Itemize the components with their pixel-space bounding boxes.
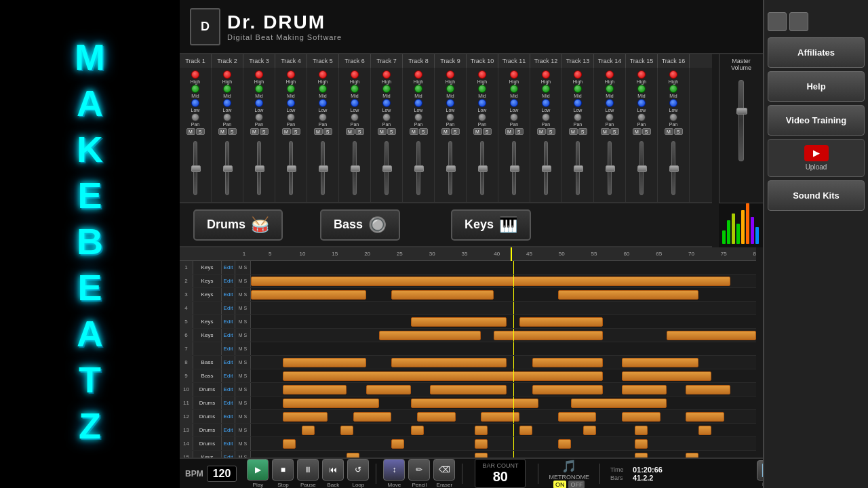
seq-block-r10-b2[interactable] [430,385,507,394]
seq-block-r13-b6[interactable] [635,426,648,435]
seq-blocks-2[interactable] [251,274,756,287]
seq-blocks-12[interactable] [251,410,756,423]
knob-low-2[interactable] [223,99,231,107]
knob-high-16[interactable] [669,70,677,79]
knob-low-11[interactable] [510,99,518,107]
seq-blocks-9[interactable] [251,369,756,382]
knob-mid-2[interactable] [223,85,231,93]
seq-block-r11-b2[interactable] [571,399,667,408]
seq-row-edit-5[interactable]: Edit [222,315,235,328]
knob-pan-16[interactable] [669,113,677,121]
seq-blocks-10[interactable] [251,383,756,396]
seq-block-r6-b1[interactable] [494,331,602,340]
knob-pan-10[interactable] [478,113,486,121]
seq-row-edit-14[interactable]: Edit [222,437,235,450]
seq-blocks-8[interactable] [251,356,756,369]
seq-row-edit-8[interactable]: Edit [222,356,235,369]
seq-block-r10-b0[interactable] [283,385,347,394]
seq-block-r14-b2[interactable] [475,439,488,449]
knob-low-16[interactable] [669,99,677,107]
seq-block-r3-b1[interactable] [391,290,494,300]
knob-mid-5[interactable] [319,85,327,93]
knob-mid-10[interactable] [478,85,486,93]
knob-pan-6[interactable] [351,113,359,121]
seq-block-r3-b2[interactable] [558,290,698,300]
seq-block-r14-b4[interactable] [635,439,648,449]
knob-low-13[interactable] [574,99,582,107]
knob-low-14[interactable] [606,99,614,107]
play-button[interactable]: ▶ [247,459,269,481]
seq-block-r13-b5[interactable] [583,426,596,435]
knob-pan-2[interactable] [223,113,231,121]
knob-mid-13[interactable] [574,85,582,93]
mute-btn-3[interactable]: M [250,128,259,135]
knob-mid-15[interactable] [637,85,646,93]
knob-high-5[interactable] [319,70,327,79]
bar-count-value[interactable]: 80 [493,469,508,485]
sound-kits-button[interactable]: Sound Kits [768,180,865,211]
seq-row-ms-5[interactable]: M S [235,315,251,328]
video-training-button[interactable]: Video Training [768,105,865,136]
fader-8[interactable] [416,141,420,195]
fader-14[interactable] [608,141,612,195]
seq-blocks-5[interactable] [251,315,756,328]
keys-button[interactable]: Keys 🎹 [451,209,531,241]
knob-high-3[interactable] [255,70,263,79]
fader-15[interactable] [639,141,644,195]
small-btn-1[interactable] [768,12,787,31]
seq-block-r5-b1[interactable] [519,317,603,327]
seq-block-r9-b0[interactable] [283,371,603,381]
knob-low-7[interactable] [382,99,391,107]
seq-row-edit-15[interactable]: Edit [222,451,235,458]
seq-row-ms-15[interactable]: M S [235,451,251,458]
seq-block-r11-b1[interactable] [411,399,539,408]
seq-row-ms-7[interactable]: M S [235,342,251,355]
knob-pan-1[interactable] [191,113,199,121]
solo-btn-13[interactable]: S [578,128,587,135]
knob-low-5[interactable] [319,99,327,107]
seq-blocks-7[interactable] [251,342,756,355]
help-button[interactable]: Help [768,71,865,102]
knob-high-11[interactable] [510,70,518,79]
seq-block-r10-b1[interactable] [366,385,411,394]
seq-blocks-4[interactable] [251,302,756,314]
mute-btn-4[interactable]: M [282,128,291,135]
knob-pan-7[interactable] [382,113,391,121]
seq-block-r12-b4[interactable] [558,412,597,422]
knob-low-1[interactable] [191,99,199,107]
mute-btn-10[interactable]: M [473,128,482,135]
knob-pan-15[interactable] [637,113,646,121]
mute-btn-1[interactable]: M [186,128,195,135]
seq-block-r15-b0[interactable] [347,453,359,458]
fader-7[interactable] [384,141,389,195]
seq-block-r13-b3[interactable] [475,426,488,435]
solo-btn-10[interactable]: S [483,128,492,135]
seq-block-r9-b1[interactable] [622,371,711,381]
knob-low-15[interactable] [637,99,646,107]
seq-blocks-1[interactable] [251,261,756,274]
seq-row-ms-3[interactable]: M S [235,288,251,301]
eraser-tool[interactable]: ⌫ [433,459,455,481]
seq-row-edit-6[interactable]: Edit [222,329,235,342]
youtube-upload-button[interactable]: ▶ Upload [768,139,865,177]
mute-btn-15[interactable]: M [633,128,642,135]
seq-row-edit-12[interactable]: Edit [222,410,235,423]
knob-mid-8[interactable] [414,85,422,93]
knob-mid-9[interactable] [446,85,454,93]
knob-mid-1[interactable] [191,85,199,93]
bpm-value[interactable]: 120 [207,466,237,482]
seq-block-r8-b3[interactable] [622,358,698,367]
knob-mid-14[interactable] [606,85,614,93]
seq-blocks-11[interactable] [251,396,756,409]
knob-mid-6[interactable] [351,85,359,93]
fader-2[interactable] [225,141,229,195]
knob-low-4[interactable] [287,99,295,107]
solo-btn-1[interactable]: S [196,128,205,135]
solo-btn-8[interactable]: S [419,128,428,135]
pencil-tool[interactable]: ✏ [408,459,430,481]
seq-blocks-3[interactable] [251,288,756,301]
seq-block-r13-b2[interactable] [411,426,424,435]
seq-block-r12-b1[interactable] [353,412,392,422]
knob-mid-3[interactable] [255,85,263,93]
seq-block-r13-b7[interactable] [698,426,711,435]
